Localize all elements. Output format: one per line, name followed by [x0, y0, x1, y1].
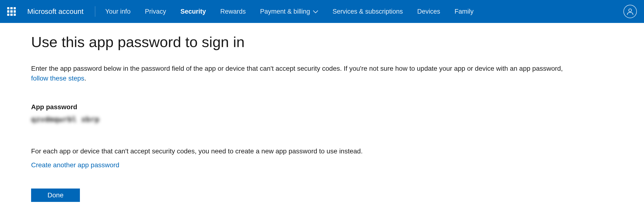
header-bar: Microsoft account Your info Privacy Secu… [0, 0, 644, 23]
nav-privacy[interactable]: Privacy [138, 8, 174, 15]
nav-security[interactable]: Security [173, 8, 213, 15]
top-nav: Your info Privacy Security Rewards Payme… [98, 8, 480, 15]
nav-payment-label: Payment & billing [260, 8, 310, 15]
vertical-divider [95, 6, 95, 17]
intro-paragraph: Enter the app password below in the pass… [31, 64, 613, 83]
app-password-label: App password [31, 103, 613, 111]
follow-steps-link[interactable]: follow these steps [31, 75, 84, 82]
nav-payment-billing[interactable]: Payment & billing [253, 8, 325, 15]
nav-devices[interactable]: Devices [410, 8, 447, 15]
brand-label[interactable]: Microsoft account [27, 7, 95, 15]
nav-rewards[interactable]: Rewards [213, 8, 253, 15]
nav-services[interactable]: Services & subscriptions [325, 8, 410, 15]
app-password-value: qzvdmqwrbl xbrp [31, 115, 613, 124]
nav-family[interactable]: Family [447, 8, 481, 15]
main-content: Use this app password to sign in Enter t… [0, 23, 644, 213]
done-button[interactable]: Done [31, 189, 80, 202]
svg-point-0 [629, 9, 632, 12]
nav-your-info[interactable]: Your info [98, 8, 138, 15]
app-launcher-icon[interactable] [7, 7, 16, 16]
account-avatar-icon[interactable] [624, 5, 637, 18]
chevron-down-icon [313, 8, 318, 15]
intro-text: Enter the app password below in the pass… [31, 65, 563, 72]
note-text: For each app or device that can't accept… [31, 147, 613, 155]
intro-period: . [84, 75, 86, 82]
page-title: Use this app password to sign in [31, 33, 613, 50]
create-another-link[interactable]: Create another app password [31, 161, 119, 169]
